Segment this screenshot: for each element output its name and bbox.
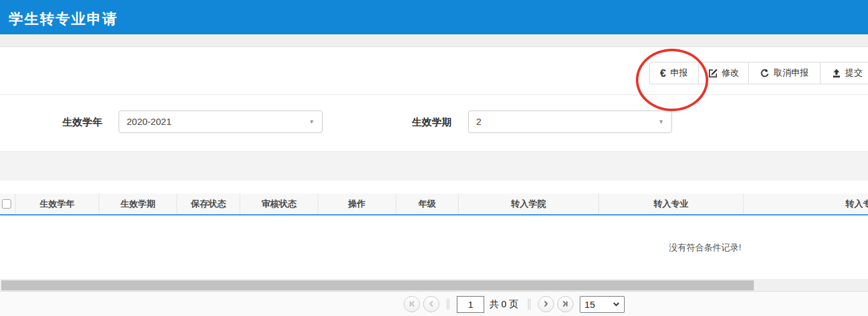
cancel-declare-button[interactable]: 取消申报 xyxy=(749,62,821,84)
toolbar: € 申报 修改 xyxy=(0,47,868,95)
dropdown-caret-icon: ▼ xyxy=(658,111,664,132)
select-caret-icon xyxy=(613,302,620,307)
submit-button[interactable]: 提交 xyxy=(821,62,868,84)
section-divider-band xyxy=(0,151,868,180)
grid-header-row: 生效学年 生效学期 保存状态 审核状态 操作 年级 转入学院 转入专业 转入专业… xyxy=(0,194,868,215)
pager-separator xyxy=(528,299,530,310)
column-header-operation[interactable]: 操作 xyxy=(318,194,396,214)
results-grid: 生效学年 生效学期 保存状态 审核状态 操作 年级 转入学院 转入专业 转入专业… xyxy=(0,194,868,215)
column-header-grade[interactable]: 年级 xyxy=(396,194,459,214)
pagination-bar: 共 0 页 15 xyxy=(0,291,868,316)
horizontal-scrollbar[interactable] xyxy=(0,280,868,291)
page-size-value: 15 xyxy=(585,299,595,310)
horizontal-scrollbar-thumb[interactable] xyxy=(1,280,754,290)
effective-term-select[interactable]: 2 ▼ xyxy=(468,111,672,133)
modify-button-label: 修改 xyxy=(722,67,739,79)
edit-square-icon xyxy=(708,69,718,78)
column-header-effective-term[interactable]: 生效学期 xyxy=(99,194,177,214)
page-number-input[interactable] xyxy=(457,296,484,313)
dropdown-caret-icon: ▼ xyxy=(309,111,315,132)
prev-page-button[interactable] xyxy=(423,296,439,312)
last-page-button[interactable] xyxy=(557,296,573,312)
column-header-target-college[interactable]: 转入学院 xyxy=(459,194,599,214)
page: 学生转专业申请 € 申报 修改 xyxy=(0,0,868,316)
app-header: 学生转专业申请 xyxy=(0,0,868,34)
submit-button-label: 提交 xyxy=(846,67,863,79)
prev-page-icon xyxy=(428,300,435,309)
column-header-save-status[interactable]: 保存状态 xyxy=(177,194,240,214)
pager-separator xyxy=(447,299,449,310)
first-page-icon xyxy=(409,300,416,309)
next-page-icon xyxy=(542,300,549,309)
total-pages-label: 共 0 页 xyxy=(489,299,519,310)
declare-button-label: 申报 xyxy=(670,67,688,79)
subheader-strip xyxy=(0,34,868,47)
select-all-checkbox[interactable] xyxy=(2,199,11,209)
declare-button[interactable]: € 申报 xyxy=(649,62,699,84)
last-page-icon xyxy=(562,300,568,309)
upload-icon xyxy=(832,69,841,78)
cancel-declare-button-label: 取消申报 xyxy=(774,67,809,79)
effective-year-label: 生效学年 xyxy=(62,116,102,129)
empty-records-message: 没有符合条件记录! xyxy=(669,242,741,254)
column-header-review-status[interactable]: 审核状态 xyxy=(240,194,318,214)
next-page-button[interactable] xyxy=(538,296,554,312)
page-size-select[interactable]: 15 xyxy=(580,296,625,313)
toolbar-button-group: € 申报 修改 xyxy=(649,62,868,84)
pager-controls: 共 0 页 15 xyxy=(0,292,868,316)
refresh-icon xyxy=(760,69,769,78)
effective-year-value: 2020-2021 xyxy=(127,116,172,127)
column-header-effective-year[interactable]: 生效学年 xyxy=(16,194,99,214)
effective-term-label: 生效学期 xyxy=(412,116,452,129)
column-header-target-major-direction[interactable]: 转入专业方向 xyxy=(744,194,868,214)
effective-year-select[interactable]: 2020-2021 ▼ xyxy=(119,111,323,133)
column-header-target-major[interactable]: 转入专业 xyxy=(599,194,744,214)
select-all-cell xyxy=(0,194,16,214)
effective-term-value: 2 xyxy=(476,116,481,127)
modify-button[interactable]: 修改 xyxy=(699,62,749,84)
first-page-button[interactable] xyxy=(404,296,420,312)
euro-declare-icon: € xyxy=(660,68,666,79)
page-title: 学生转专业申请 xyxy=(9,9,118,29)
